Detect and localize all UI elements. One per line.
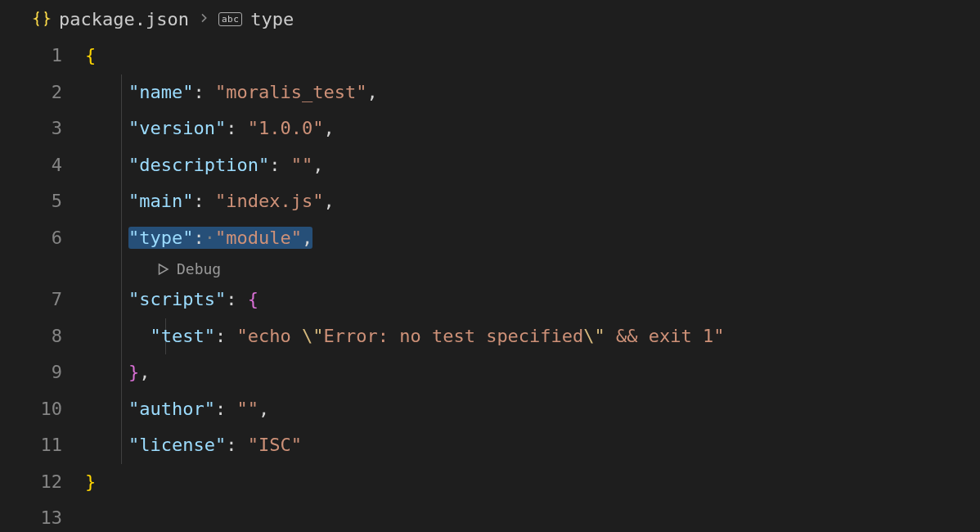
breadcrumb-file[interactable]: package.json bbox=[59, 9, 189, 29]
code-line[interactable]: 13 bbox=[0, 500, 980, 532]
code-line[interactable]: 5 "main": "index.js", bbox=[0, 183, 980, 220]
line-number: 6 bbox=[0, 220, 85, 256]
code-line[interactable]: 3 "version": "1.0.0", bbox=[0, 110, 980, 147]
line-number: 13 bbox=[0, 500, 85, 532]
line-number: 7 bbox=[0, 282, 85, 318]
breadcrumb-symbol[interactable]: type bbox=[250, 9, 294, 29]
code-editor[interactable]: 1 { 2 "name": "moralis_test", 3 "version… bbox=[0, 38, 980, 532]
line-number: 4 bbox=[0, 147, 85, 183]
code-line[interactable]: 4 "description": "", bbox=[0, 147, 980, 184]
line-number: 8 bbox=[0, 318, 85, 354]
code-line[interactable]: 9 }, bbox=[0, 354, 980, 391]
code-line[interactable]: 7 "scripts": { bbox=[0, 282, 980, 318]
line-number: 5 bbox=[0, 183, 85, 219]
debug-label[interactable]: Debug bbox=[177, 260, 221, 277]
line-number: 9 bbox=[0, 354, 85, 390]
play-icon bbox=[155, 262, 170, 277]
code-line[interactable]: 1 { bbox=[0, 38, 980, 74]
code-line[interactable]: 11 "license": "ISC" bbox=[0, 427, 980, 464]
string-symbol-icon: abc bbox=[218, 12, 242, 26]
line-number: 2 bbox=[0, 74, 85, 110]
line-number: 11 bbox=[0, 427, 85, 463]
indent-guide bbox=[121, 256, 122, 282]
code-line[interactable]: 2 "name": "moralis_test", bbox=[0, 74, 980, 111]
line-number: 1 bbox=[0, 38, 85, 74]
breadcrumb[interactable]: package.json abc type bbox=[0, 0, 980, 38]
line-number: 10 bbox=[0, 391, 85, 427]
json-file-icon bbox=[33, 10, 51, 28]
code-line[interactable]: 12 } bbox=[0, 464, 980, 501]
chevron-right-icon bbox=[197, 9, 210, 29]
debug-codelens[interactable]: Debug bbox=[0, 256, 980, 282]
code-line[interactable]: 6 "type":·"module", bbox=[0, 220, 980, 257]
code-line[interactable]: 8 "test": "echo \"Error: no test specifi… bbox=[0, 318, 980, 355]
line-number: 3 bbox=[0, 110, 85, 147]
line-number: 12 bbox=[0, 464, 85, 500]
code-line[interactable]: 10 "author": "", bbox=[0, 391, 980, 428]
